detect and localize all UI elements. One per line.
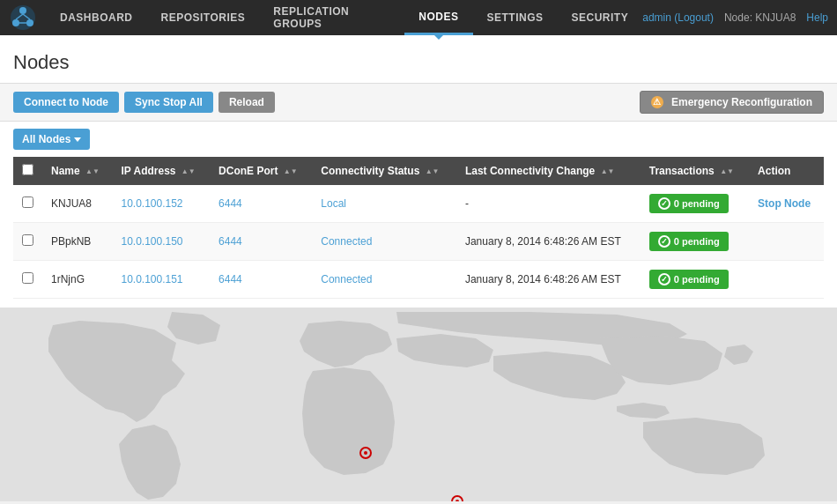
transaction-badge: ✓0 pending: [649, 194, 729, 213]
transaction-badge: ✓0 pending: [649, 232, 729, 251]
user-info-area: admin (Logout) Node: KNJUA8 Help: [642, 11, 828, 24]
check-icon: ✓: [658, 235, 670, 248]
row-port: 6444: [210, 185, 312, 223]
world-map: [0, 308, 837, 501]
filter-row: All Nodes: [13, 129, 824, 150]
port-link[interactable]: 6444: [219, 197, 242, 210]
row-last-change: -: [456, 185, 641, 223]
map-svg: [0, 308, 837, 501]
dropdown-caret-icon: [74, 137, 81, 142]
table-row: PBpkNB 10.0.100.150 6444 Connected Janua…: [13, 223, 824, 261]
ip-link[interactable]: 10.0.100.152: [121, 197, 182, 210]
col-action: Action: [749, 157, 824, 185]
emergency-reconfiguration-button[interactable]: ⚠ Emergency Reconfiguration: [640, 91, 824, 114]
current-node-label: Node: KNJUA8: [724, 11, 796, 24]
row-name: PBpkNB: [42, 223, 112, 261]
row-action: Stop Node: [749, 185, 824, 223]
sort-name-icon[interactable]: ▲▼: [85, 168, 100, 175]
row-ip: 10.0.100.150: [112, 223, 210, 261]
row-checkbox-cell: [13, 223, 42, 261]
user-logout-link[interactable]: admin (Logout): [642, 11, 714, 24]
select-all-header: [13, 157, 42, 185]
warning-icon: ⚠: [651, 96, 663, 108]
col-status: Connectivity Status ▲▼: [312, 157, 456, 185]
action-link[interactable]: Stop Node: [758, 197, 811, 210]
row-action: [749, 261, 824, 299]
toolbar: Connect to Node Sync Stop All Reload ⚠ E…: [0, 84, 837, 122]
status-link[interactable]: Local: [321, 197, 346, 210]
table-header-row: Name ▲▼ IP Address ▲▼ DConE Port ▲▼ Conn…: [13, 157, 824, 185]
help-link[interactable]: Help: [806, 11, 828, 24]
check-icon: ✓: [658, 273, 670, 285]
row-last-change: January 8, 2014 6:48:26 AM EST: [456, 223, 641, 261]
page-title: Nodes: [13, 44, 824, 83]
sort-port-icon[interactable]: ▲▼: [284, 168, 298, 175]
status-link[interactable]: Connected: [321, 235, 372, 248]
col-name: Name ▲▼: [42, 157, 112, 185]
svg-point-1: [19, 7, 26, 14]
nodes-table: Name ▲▼ IP Address ▲▼ DConE Port ▲▼ Conn…: [13, 157, 824, 299]
reload-button[interactable]: Reload: [219, 92, 275, 113]
nav-dashboard[interactable]: DASHBOARD: [46, 0, 147, 35]
top-navigation: DASHBOARD REPOSITORIES REPLICATION GROUP…: [0, 0, 837, 35]
row-checkbox[interactable]: [22, 196, 33, 208]
row-status: Local: [312, 185, 456, 223]
table-row: 1rNjnG 10.0.100.151 6444 Connected Janua…: [13, 261, 824, 299]
row-ip: 10.0.100.151: [112, 261, 210, 299]
row-port: 6444: [210, 261, 312, 299]
ip-link[interactable]: 10.0.100.150: [121, 235, 182, 248]
nav-items: DASHBOARD REPOSITORIES REPLICATION GROUP…: [46, 0, 642, 35]
nav-repositories[interactable]: REPOSITORIES: [147, 0, 260, 35]
row-transactions: ✓0 pending: [641, 223, 749, 261]
table-row: KNJUA8 10.0.100.152 6444 Local - ✓0 pend…: [13, 185, 824, 223]
check-icon: ✓: [658, 197, 670, 210]
table-area: All Nodes Name ▲▼ IP Address ▲▼ DConE Po…: [0, 122, 837, 308]
svg-point-8: [364, 451, 367, 455]
toolbar-left: Connect to Node Sync Stop All Reload: [13, 92, 640, 113]
nav-security[interactable]: SECURITY: [558, 0, 643, 35]
row-status: Connected: [312, 261, 456, 299]
all-nodes-dropdown[interactable]: All Nodes: [13, 129, 90, 150]
col-ip: IP Address ▲▼: [112, 157, 210, 185]
nav-replication-groups[interactable]: REPLICATION GROUPS: [259, 0, 404, 35]
row-checkbox[interactable]: [22, 234, 33, 246]
row-ip: 10.0.100.152: [112, 185, 210, 223]
status-link[interactable]: Connected: [321, 273, 372, 285]
row-name: 1rNjnG: [42, 261, 112, 299]
ip-link[interactable]: 10.0.100.151: [121, 273, 182, 285]
port-link[interactable]: 6444: [219, 273, 242, 285]
row-checkbox-cell: [13, 261, 42, 299]
sort-transactions-icon[interactable]: ▲▼: [720, 168, 734, 175]
connect-to-node-button[interactable]: Connect to Node: [13, 92, 119, 113]
col-last-change: Last Connectivity Change ▲▼: [456, 157, 641, 185]
col-transactions: Transactions ▲▼: [641, 157, 749, 185]
row-status: Connected: [312, 223, 456, 261]
row-transactions: ✓0 pending: [641, 185, 749, 223]
nav-nodes[interactable]: NODES: [404, 0, 472, 35]
select-all-checkbox[interactable]: [22, 164, 33, 175]
row-action: [749, 223, 824, 261]
row-checkbox-cell: [13, 185, 42, 223]
sort-status-icon[interactable]: ▲▼: [426, 168, 440, 175]
row-checkbox[interactable]: [22, 272, 33, 284]
transaction-badge: ✓0 pending: [649, 270, 729, 289]
row-port: 6444: [210, 223, 312, 261]
col-port: DConE Port ▲▼: [210, 157, 312, 185]
sort-last-change-icon[interactable]: ▲▼: [601, 168, 615, 175]
row-transactions: ✓0 pending: [641, 261, 749, 299]
nav-settings[interactable]: SETTINGS: [473, 0, 558, 35]
row-name: KNJUA8: [42, 185, 112, 223]
sort-ip-icon[interactable]: ▲▼: [181, 168, 196, 175]
sync-stop-all-button[interactable]: Sync Stop All: [124, 92, 213, 113]
page-header: Nodes: [0, 35, 837, 84]
port-link[interactable]: 6444: [219, 235, 242, 248]
app-logo: [9, 4, 37, 32]
row-last-change: January 8, 2014 6:48:26 AM EST: [456, 261, 641, 299]
